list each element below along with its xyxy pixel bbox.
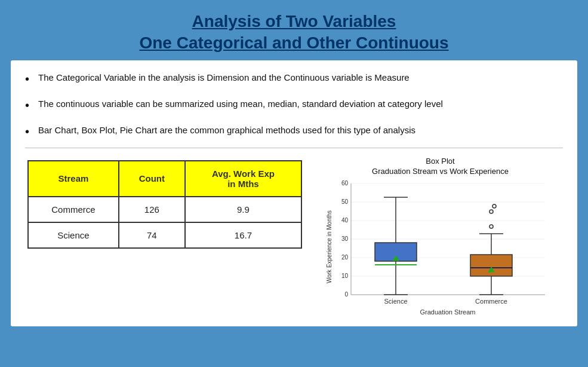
divider: [25, 148, 563, 148]
col-stream: Stream: [28, 161, 119, 197]
boxplot-container: Box Plot Graduation Stream vs Work Exper…: [320, 157, 561, 316]
table-header-row: Stream Count Avg. Work Expin Mths: [28, 161, 301, 197]
svg-text:40: 40: [341, 217, 348, 224]
bullet-list: • The Categorical Variable in the analys…: [25, 71, 563, 139]
cell-stream-commerce: Commerce: [28, 197, 119, 222]
bullet-dot-3: •: [25, 124, 38, 139]
svg-text:60: 60: [341, 180, 348, 186]
svg-point-29: [490, 225, 493, 228]
bullet-item-3: • Bar Chart, Box Plot, Pie Chart are the…: [25, 124, 563, 139]
y-axis-label: Work Experience in Months: [326, 210, 333, 283]
cell-count-science: 74: [119, 222, 185, 248]
boxplot-title: Box Plot: [320, 157, 561, 166]
header: Analysis of Two Variables One Categorica…: [0, 0, 588, 60]
cell-stream-science: Science: [28, 222, 119, 248]
svg-text:Graduation Stream: Graduation Stream: [420, 308, 475, 316]
data-table: Stream Count Avg. Work Expin Mths Commer…: [27, 160, 302, 249]
table-row: Commerce 126 9.9: [28, 197, 301, 222]
col-count: Count: [119, 161, 185, 197]
svg-rect-24: [470, 255, 512, 276]
col-avg: Avg. Work Expin Mths: [185, 161, 301, 197]
svg-point-30: [490, 210, 493, 213]
boxplot-svg: Work Experience in Months: [324, 178, 557, 316]
bullet-item-2: • The continuous variable can be summari…: [25, 97, 563, 113]
svg-text:10: 10: [341, 273, 348, 279]
svg-text:Commerce: Commerce: [475, 298, 507, 305]
cell-count-commerce: 126: [119, 197, 185, 222]
table-wrapper: Stream Count Avg. Work Expin Mths Commer…: [27, 157, 302, 249]
boxplot-subtitle: Graduation Stream vs Work Experience: [320, 167, 561, 176]
main-card: • The Categorical Variable in the analys…: [11, 60, 577, 326]
page-title: Analysis of Two Variables One Categorica…: [6, 11, 582, 54]
bullet-dot-2: •: [25, 97, 38, 113]
boxplot-svg-wrapper: Work Experience in Months: [320, 178, 561, 316]
svg-text:Science: Science: [384, 298, 407, 305]
svg-text:0: 0: [344, 291, 348, 298]
table-row: Science 74 16.7: [28, 222, 301, 248]
svg-text:30: 30: [341, 236, 348, 242]
svg-text:20: 20: [341, 254, 348, 261]
bottom-section: Stream Count Avg. Work Expin Mths Commer…: [25, 157, 563, 316]
cell-avg-commerce: 9.9: [185, 197, 301, 222]
bullet-item-1: • The Categorical Variable in the analys…: [25, 71, 563, 87]
svg-point-31: [492, 204, 496, 208]
bullet-dot-1: •: [25, 71, 38, 87]
cell-avg-science: 16.7: [185, 222, 301, 248]
svg-text:50: 50: [341, 198, 348, 205]
